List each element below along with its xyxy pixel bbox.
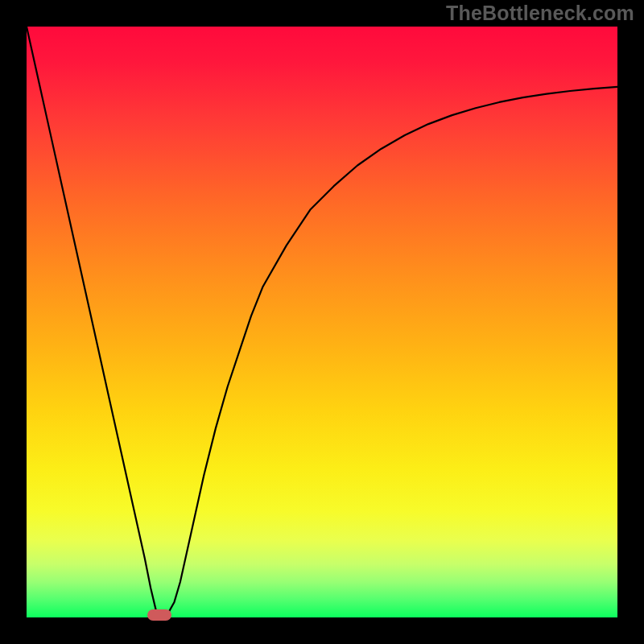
watermark-text: TheBottleneck.com bbox=[446, 2, 634, 25]
chart-stage: TheBottleneck.com bbox=[0, 0, 644, 644]
bottleneck-curve bbox=[27, 27, 617, 617]
plot-area bbox=[27, 27, 617, 617]
optimum-marker bbox=[147, 609, 171, 621]
